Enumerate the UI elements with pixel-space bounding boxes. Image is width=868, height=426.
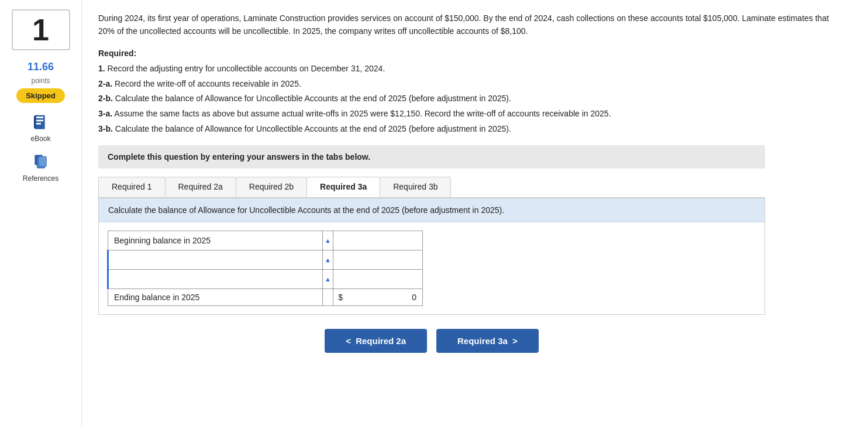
nav-buttons: < Required 2a Required 3a > xyxy=(98,329,765,353)
ending-balance-label: Ending balance in 2025 xyxy=(108,289,323,306)
svg-rect-2 xyxy=(36,120,43,122)
beginning-balance-input-cell xyxy=(333,231,423,250)
req-item-2b: 2-b. Calculate the balance of Allowance … xyxy=(98,94,511,103)
svg-rect-1 xyxy=(36,116,43,118)
ebook-section[interactable]: eBook xyxy=(30,114,50,143)
instruction-banner: Complete this question by entering your … xyxy=(98,145,765,169)
next-arrow: > xyxy=(512,336,518,346)
next-button[interactable]: Required 3a > xyxy=(436,329,539,353)
references-icon xyxy=(32,153,50,172)
ending-balance-value-cell xyxy=(322,289,333,306)
points-label: points xyxy=(31,77,50,85)
ending-balance-display-cell: $ 0 xyxy=(333,289,423,306)
row3-label xyxy=(108,270,323,289)
tab-required-2b[interactable]: Required 2b xyxy=(236,177,307,197)
req-item-3a: 3-a. Assume the same facts as above but … xyxy=(98,109,611,118)
tab-required-1[interactable]: Required 1 xyxy=(98,177,166,197)
points-section: 11.66 points Skipped xyxy=(16,61,65,103)
tabs-row: Required 1 Required 2a Required 2b Requi… xyxy=(98,177,765,198)
ebook-label: eBook xyxy=(30,135,50,143)
row2-label xyxy=(108,250,323,270)
problem-text: During 2024, its first year of operation… xyxy=(98,12,835,38)
tab-required-2a[interactable]: Required 2a xyxy=(165,177,236,197)
row2-arrow[interactable]: ▲ xyxy=(322,250,333,270)
ending-balance-value: 0 xyxy=(346,293,422,302)
tab-description: Calculate the balance of Allowance for U… xyxy=(99,198,764,222)
req-item-2a: 2-a. Record the write-off of accounts re… xyxy=(98,79,301,88)
svg-rect-7 xyxy=(39,156,46,166)
prev-arrow: < xyxy=(346,336,351,346)
tab-content: Calculate the balance of Allowance for U… xyxy=(98,198,765,315)
table-row-ending: Ending balance in 2025 $ 0 xyxy=(108,289,423,306)
references-label: References xyxy=(23,174,58,183)
table-row-3: ▲ xyxy=(108,270,423,289)
dollar-sign: $ xyxy=(333,289,346,305)
next-label: Required 3a xyxy=(457,336,508,346)
row2-input[interactable] xyxy=(333,250,422,269)
prev-label: Required 2a xyxy=(356,336,406,346)
skipped-badge: Skipped xyxy=(16,88,65,103)
points-value: 11.66 xyxy=(27,61,54,73)
row2-input-cell xyxy=(333,250,423,270)
req-item-1: 1. Record the adjusting entry for uncoll… xyxy=(98,64,385,73)
sidebar: 1 11.66 points Skipped eBook Referenc xyxy=(0,0,82,426)
tabs-container: Required 1 Required 2a Required 2b Requi… xyxy=(98,177,765,315)
balance-table: Beginning balance in 2025 ▲ ▲ xyxy=(107,231,423,306)
ebook-icon xyxy=(32,114,50,132)
table-row-beginning: Beginning balance in 2025 ▲ xyxy=(108,231,423,250)
prev-button[interactable]: < Required 2a xyxy=(325,329,427,353)
references-section[interactable]: References xyxy=(23,153,58,183)
question-number: 1 xyxy=(12,9,70,50)
row3-input-cell xyxy=(333,270,423,289)
svg-rect-3 xyxy=(36,123,41,125)
tab-required-3a[interactable]: Required 3a xyxy=(306,177,380,197)
required-title: Required: xyxy=(98,49,136,58)
beginning-arrow[interactable]: ▲ xyxy=(322,231,333,250)
table-row-2: ▲ xyxy=(108,250,423,270)
required-section: Required: 1. Record the adjusting entry … xyxy=(98,46,852,137)
main-content: During 2024, its first year of operation… xyxy=(82,0,868,426)
req-item-3b: 3-b. Calculate the balance of Allowance … xyxy=(98,124,511,133)
tab-required-3b[interactable]: Required 3b xyxy=(380,177,451,197)
row3-arrow[interactable]: ▲ xyxy=(322,270,333,289)
row3-input[interactable] xyxy=(333,270,422,288)
svg-rect-4 xyxy=(34,116,36,128)
beginning-balance-label: Beginning balance in 2025 xyxy=(108,231,323,250)
beginning-balance-input[interactable] xyxy=(333,231,422,250)
